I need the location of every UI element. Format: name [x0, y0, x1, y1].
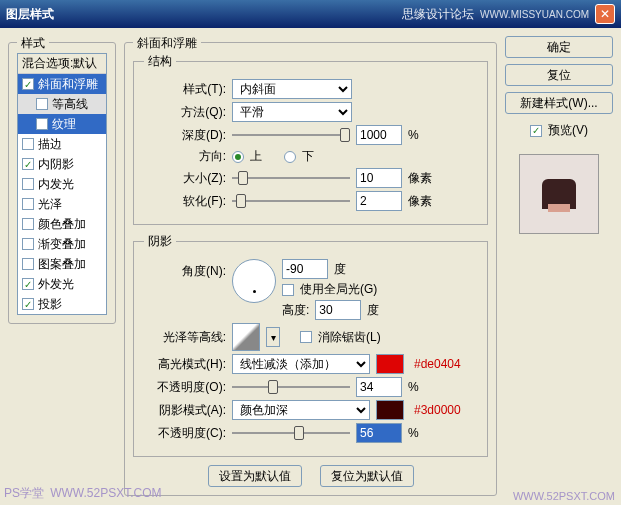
style-checkbox[interactable]: ✓ — [22, 78, 34, 90]
style-item-11[interactable]: ✓投影 — [18, 294, 106, 314]
angle-input[interactable] — [282, 259, 328, 279]
forum-name: 思缘设计论坛 — [402, 6, 474, 23]
shadow-mode-select[interactable]: 颜色加深 — [232, 400, 370, 420]
style-item-4[interactable]: ✓内阴影 — [18, 154, 106, 174]
highlight-color-swatch[interactable] — [376, 354, 404, 374]
styles-list: 混合选项:默认 ✓斜面和浮雕等高线纹理描边✓内阴影内发光光泽颜色叠加渐变叠加图案… — [17, 53, 107, 315]
style-checkbox[interactable] — [22, 238, 34, 250]
shadow-hex: #3d0000 — [414, 403, 461, 417]
new-style-button[interactable]: 新建样式(W)... — [505, 92, 613, 114]
highlight-opacity-input[interactable] — [356, 377, 402, 397]
style-item-2[interactable]: 纹理 — [18, 114, 106, 134]
ok-button[interactable]: 确定 — [505, 36, 613, 58]
style-select[interactable]: 内斜面 — [232, 79, 352, 99]
antialias-label: 消除锯齿(L) — [318, 329, 381, 346]
shading-group: 阴影 角度(N): 度 使用全局光(G) 高 — [133, 233, 488, 457]
style-item-0[interactable]: ✓斜面和浮雕 — [18, 74, 106, 94]
styles-panel: 样式 混合选项:默认 ✓斜面和浮雕等高线纹理描边✓内阴影内发光光泽颜色叠加渐变叠… — [8, 42, 116, 324]
reset-default-button[interactable]: 复位为默认值 — [320, 465, 414, 487]
direction-up-radio[interactable] — [232, 151, 244, 163]
style-item-6[interactable]: 光泽 — [18, 194, 106, 214]
highlight-opacity-label: 不透明度(O): — [144, 379, 226, 396]
bevel-panel: 斜面和浮雕 结构 样式(T): 内斜面 方法(Q): 平滑 深度(D): % — [124, 42, 497, 496]
style-item-label: 描边 — [38, 136, 62, 153]
style-checkbox[interactable] — [22, 198, 34, 210]
style-item-10[interactable]: ✓外发光 — [18, 274, 106, 294]
size-input[interactable] — [356, 168, 402, 188]
styles-panel-title: 样式 — [17, 35, 49, 52]
preview-label: 预览(V) — [548, 122, 588, 139]
style-item-8[interactable]: 渐变叠加 — [18, 234, 106, 254]
technique-select[interactable]: 平滑 — [232, 102, 352, 122]
angle-dial[interactable] — [232, 259, 276, 303]
cancel-button[interactable]: 复位 — [505, 64, 613, 86]
style-checkbox[interactable] — [22, 138, 34, 150]
soften-label: 软化(F): — [144, 193, 226, 210]
style-item-label: 颜色叠加 — [38, 216, 86, 233]
titlebar: 图层样式 思缘设计论坛 WWW.MISSYUAN.COM ✕ — [0, 0, 621, 28]
style-item-9[interactable]: 图案叠加 — [18, 254, 106, 274]
style-checkbox[interactable]: ✓ — [22, 298, 34, 310]
highlight-opacity-slider[interactable] — [232, 378, 350, 396]
make-default-button[interactable]: 设置为默认值 — [208, 465, 302, 487]
gloss-contour-dropdown[interactable] — [266, 327, 280, 347]
style-item-label: 斜面和浮雕 — [38, 76, 98, 93]
style-checkbox[interactable] — [36, 98, 48, 110]
preview-checkbox[interactable]: ✓ — [530, 125, 542, 137]
global-light-label: 使用全局光(G) — [300, 281, 377, 298]
style-item-label: 渐变叠加 — [38, 236, 86, 253]
depth-label: 深度(D): — [144, 127, 226, 144]
angle-label: 角度(N): — [144, 259, 226, 280]
style-item-1[interactable]: 等高线 — [18, 94, 106, 114]
style-label: 样式(T): — [144, 81, 226, 98]
preview-thumbnail — [519, 154, 599, 234]
style-item-label: 等高线 — [52, 96, 88, 113]
forum-url: WWW.MISSYUAN.COM — [480, 9, 589, 20]
shadow-opacity-slider[interactable] — [232, 424, 350, 442]
blend-options[interactable]: 混合选项:默认 — [18, 54, 106, 74]
shading-legend: 阴影 — [144, 233, 176, 250]
shadow-opacity-input[interactable] — [356, 423, 402, 443]
style-checkbox[interactable] — [22, 258, 34, 270]
style-item-label: 光泽 — [38, 196, 62, 213]
soften-input[interactable] — [356, 191, 402, 211]
antialias-checkbox[interactable] — [300, 331, 312, 343]
style-checkbox[interactable] — [22, 218, 34, 230]
direction-label: 方向: — [144, 148, 226, 165]
style-checkbox[interactable]: ✓ — [22, 158, 34, 170]
soften-slider[interactable] — [232, 192, 350, 210]
style-item-5[interactable]: 内发光 — [18, 174, 106, 194]
structure-group: 结构 样式(T): 内斜面 方法(Q): 平滑 深度(D): % 方向: — [133, 53, 488, 225]
altitude-label: 高度: — [282, 302, 309, 319]
style-item-label: 图案叠加 — [38, 256, 86, 273]
style-checkbox[interactable] — [36, 118, 48, 130]
shadow-opacity-label: 不透明度(C): — [144, 425, 226, 442]
style-item-label: 内阴影 — [38, 156, 74, 173]
window-title: 图层样式 — [6, 6, 54, 23]
bevel-panel-title: 斜面和浮雕 — [133, 35, 201, 52]
highlight-mode-select[interactable]: 线性减淡（添加） — [232, 354, 370, 374]
size-slider[interactable] — [232, 169, 350, 187]
style-checkbox[interactable]: ✓ — [22, 278, 34, 290]
global-light-checkbox[interactable] — [282, 284, 294, 296]
shadow-mode-label: 阴影模式(A): — [144, 402, 226, 419]
style-checkbox[interactable] — [22, 178, 34, 190]
shadow-color-swatch[interactable] — [376, 400, 404, 420]
gloss-contour-label: 光泽等高线: — [144, 329, 226, 346]
depth-slider[interactable] — [232, 126, 350, 144]
depth-input[interactable] — [356, 125, 402, 145]
style-item-7[interactable]: 颜色叠加 — [18, 214, 106, 234]
altitude-input[interactable] — [315, 300, 361, 320]
structure-legend: 结构 — [144, 53, 176, 70]
watermark-right: WWW.52PSXT.COM — [513, 490, 615, 502]
watermark-left: PS学堂 WWW.52PSXT.COM — [4, 485, 161, 502]
highlight-mode-label: 高光模式(H): — [144, 356, 226, 373]
style-item-label: 外发光 — [38, 276, 74, 293]
direction-down-radio[interactable] — [284, 151, 296, 163]
style-item-label: 内发光 — [38, 176, 74, 193]
close-icon[interactable]: ✕ — [595, 4, 615, 24]
gloss-contour-swatch[interactable] — [232, 323, 260, 351]
highlight-hex: #de0404 — [414, 357, 461, 371]
style-item-3[interactable]: 描边 — [18, 134, 106, 154]
style-item-label: 投影 — [38, 296, 62, 313]
